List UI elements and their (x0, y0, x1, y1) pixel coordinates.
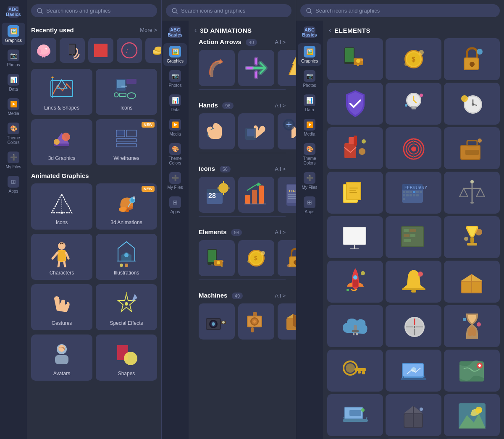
grid-avatars[interactable]: Avatars (31, 334, 92, 381)
action-arrows-all[interactable]: All > (275, 39, 286, 45)
svg-point-155 (420, 94, 423, 97)
sidebar-right-files[interactable]: ➕ My Files (298, 170, 321, 192)
recent-item-phone[interactable] (60, 38, 85, 63)
elements-all[interactable]: All > (275, 229, 286, 235)
elem-grid-9[interactable] (444, 127, 500, 169)
elem-grid-11[interactable]: FEBRUARY (386, 172, 441, 214)
grid-icons[interactable]: Icons (96, 69, 157, 115)
grid-illustrations[interactable]: Illustrations (96, 234, 157, 280)
sidebar-mid-apps[interactable]: ⊞ Apps (163, 194, 187, 217)
elem-grid-22[interactable] (327, 350, 383, 392)
elem-grid-26[interactable] (386, 394, 441, 436)
elem-grid-25[interactable] (327, 394, 383, 436)
sidebar-right-theme[interactable]: 🎨 Theme Colors (298, 141, 321, 168)
icons-cat-2[interactable] (238, 177, 274, 213)
hands-all[interactable]: All > (275, 102, 286, 109)
sidebar-item-my-files[interactable]: ➕ My Files (2, 149, 25, 172)
arrow-icon-1[interactable] (199, 50, 235, 86)
elem-grid-10[interactable] (327, 172, 383, 214)
recent-item-music[interactable]: ♪ (117, 38, 142, 63)
elem-grid-6[interactable] (444, 83, 500, 125)
elem-grid-27[interactable] (444, 394, 500, 436)
grid-anim-icons[interactable]: Icons (31, 183, 92, 230)
elem-grid-5[interactable] (386, 83, 441, 125)
more-button[interactable]: More > (140, 27, 157, 33)
sidebar-item-graphics[interactable]: 🖼️ Graphics (2, 23, 25, 45)
back-button-right[interactable]: ‹ (329, 26, 331, 34)
elem-grid-8[interactable] (386, 127, 441, 169)
machines-all[interactable]: All > (275, 293, 286, 299)
search-bar-left[interactable] (31, 4, 157, 17)
elem-grid-2[interactable]: $ (386, 38, 441, 80)
sidebar-item-theme-colors[interactable]: 🎨 Theme Colors (2, 120, 25, 147)
elem-grid-15[interactable] (444, 216, 500, 258)
elem-grid-4[interactable] (327, 83, 383, 125)
elem-icon-3[interactable] (278, 240, 296, 276)
machine-icon-1[interactable] (199, 303, 235, 340)
grid-characters[interactable]: Characters (31, 234, 92, 280)
grid-shapes[interactable]: Shapes (96, 334, 157, 381)
elem-icon-2[interactable]: $ (238, 240, 274, 276)
elem-grid-3[interactable] (444, 38, 500, 80)
machine-icon-3[interactable] (278, 303, 296, 340)
search-input-left[interactable] (46, 8, 151, 14)
sidebar-right-graphics[interactable]: 🖼️ Graphics (298, 43, 321, 66)
elem-grid-13[interactable] (327, 216, 383, 258)
characters-label: Characters (50, 270, 74, 276)
search-input-right[interactable] (315, 8, 494, 14)
hand-icon-2[interactable] (238, 113, 274, 149)
elem-grid-7[interactable] (327, 127, 383, 169)
svg-point-220 (475, 229, 482, 235)
sidebar-item-photos[interactable]: 📷 Photos (2, 47, 25, 70)
sidebar-item-media[interactable]: ▶️ Media (2, 96, 25, 118)
recent-item-red-square[interactable] (88, 38, 113, 63)
elem-grid-23[interactable] (386, 350, 441, 392)
search-bar-right[interactable] (300, 4, 500, 17)
sidebar-item-data[interactable]: 📊 Data (2, 71, 25, 94)
elem-grid-20[interactable] (386, 305, 441, 347)
icons-cat-3[interactable]: LOAN$ (278, 177, 296, 213)
elem-grid-24[interactable] (444, 350, 500, 392)
icons-cat-all[interactable]: All > (275, 166, 286, 172)
sidebar-mid-theme[interactable]: 🎨 Theme Colors (163, 141, 187, 168)
elem-icon-1[interactable] (199, 240, 235, 276)
elem-grid-12[interactable] (444, 172, 500, 214)
search-input-mid[interactable] (181, 8, 286, 14)
sidebar-right-apps[interactable]: ⊞ Apps (298, 194, 321, 217)
grid-3d-graphics[interactable]: 3d Graphics (31, 119, 92, 165)
sidebar-mid-photos[interactable]: 📷 Photos (163, 68, 187, 90)
arrow-icon-3[interactable] (278, 50, 296, 86)
grid-3d-animations[interactable]: NEW 3d Animations (96, 183, 157, 230)
elem-grid-21[interactable] (444, 305, 500, 347)
svg-point-5 (38, 49, 41, 53)
svg-point-266 (475, 407, 482, 413)
grid-wireframes[interactable]: NEW Wireframes (96, 119, 157, 165)
elem-grid-18[interactable] (444, 261, 500, 303)
sidebar-right-data[interactable]: 📊 Data (298, 92, 321, 115)
elem-grid-1[interactable] (327, 38, 383, 80)
back-button-mid[interactable]: ‹ (194, 26, 197, 34)
search-bar-mid[interactable] (166, 4, 291, 17)
machine-icon-2[interactable] (238, 303, 274, 340)
sidebar-mid-data[interactable]: 📊 Data (163, 92, 187, 115)
grid-special-effects[interactable]: Special Effects (96, 284, 157, 330)
hand-icon-3[interactable] (278, 113, 296, 149)
grid-gestures[interactable]: Gestures (31, 284, 92, 330)
sidebar-mid-graphics[interactable]: 🖼️ Graphics (163, 43, 187, 66)
grid-lines-shapes[interactable]: Lines & Shapes (31, 69, 92, 115)
elem-grid-16[interactable] (327, 261, 383, 303)
elem-grid-19[interactable] (327, 305, 383, 347)
sidebar-item-apps[interactable]: ⊞ Apps (2, 173, 25, 196)
sidebar-mid-files[interactable]: ➕ My Files (163, 170, 187, 192)
sidebar-mid-media[interactable]: ▶️ Media (163, 116, 187, 139)
icons-cat-1[interactable]: 28 (199, 177, 235, 213)
recent-item-piggy[interactable] (31, 38, 56, 63)
elem-grid-14[interactable] (386, 216, 441, 258)
elem-grid-17[interactable] (386, 261, 441, 303)
arrow-icon-2[interactable] (238, 50, 274, 86)
hand-icon-1[interactable] (199, 113, 235, 149)
sidebar-right-media[interactable]: ▶️ Media (298, 116, 321, 139)
recent-item-coins[interactable] (145, 38, 161, 63)
svg-rect-225 (402, 288, 425, 290)
sidebar-right-photos[interactable]: 📷 Photos (298, 68, 321, 90)
